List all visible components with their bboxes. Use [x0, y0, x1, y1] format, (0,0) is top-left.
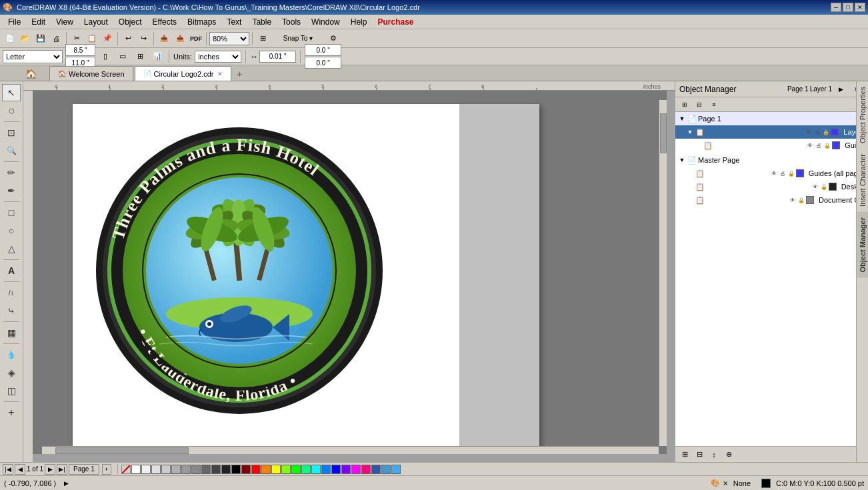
- add-page-button[interactable]: +: [2, 404, 21, 421]
- color-swatch-6[interactable]: [191, 465, 201, 474]
- black-swatch[interactable]: [231, 465, 241, 474]
- tab-welcome[interactable]: 🏠 Welcome Screen: [49, 66, 133, 81]
- tree-document-grid[interactable]: 📋 👁 🔒 Document Grid: [675, 193, 868, 207]
- units-select[interactable]: inches mm cm: [195, 51, 241, 63]
- tree-master-page[interactable]: ▼ 📄 Master Page: [675, 153, 868, 167]
- desktop-eye-icon[interactable]: 👁: [811, 183, 819, 191]
- docgrid-eye-icon[interactable]: 👁: [789, 196, 797, 204]
- horizontal-scrollbar[interactable]: [42, 446, 659, 454]
- guides-print-icon[interactable]: 🖨: [815, 141, 823, 149]
- smart-fill-button[interactable]: ◫: [2, 382, 21, 399]
- menu-edit[interactable]: Edit: [26, 16, 51, 28]
- nudge-input[interactable]: [259, 51, 296, 63]
- print-button[interactable]: 🖨: [49, 31, 63, 46]
- copy-to-layer-button[interactable]: ⊕: [722, 449, 735, 461]
- vscroll-thumb[interactable]: [660, 113, 667, 153]
- prev-page-button[interactable]: ◀: [15, 464, 25, 475]
- tab-close-button[interactable]: ✕: [217, 71, 223, 77]
- crop-tool-button[interactable]: ⊡: [2, 124, 21, 141]
- print-icon[interactable]: 🖨: [813, 128, 821, 136]
- shape-tool-button[interactable]: ⬡: [2, 102, 21, 119]
- text-tool-button[interactable]: A: [2, 262, 21, 279]
- guides-eye-icon[interactable]: 👁: [806, 141, 814, 149]
- guides-all-eye-icon[interactable]: 👁: [770, 169, 778, 177]
- tab-document[interactable]: 📄 Circular Logo2.cdr ✕: [135, 66, 232, 81]
- menu-help[interactable]: Help: [345, 16, 373, 28]
- color-swatch-2[interactable]: [151, 465, 161, 474]
- color-swatch-3[interactable]: [161, 465, 171, 474]
- eyedropper-tool-button[interactable]: 💧: [2, 346, 21, 363]
- masterpage-expand-icon[interactable]: ▼: [678, 156, 686, 164]
- y-input[interactable]: [305, 57, 341, 69]
- menu-window[interactable]: Window: [306, 16, 345, 28]
- spring-green-swatch[interactable]: [301, 465, 311, 474]
- polygon-tool-button[interactable]: △: [2, 240, 21, 257]
- green-swatch[interactable]: [291, 465, 301, 474]
- artmedia-tool-button[interactable]: ✒: [2, 182, 21, 199]
- page1-expand-icon[interactable]: ▼: [678, 115, 686, 123]
- status-expand-button[interactable]: ▶: [61, 479, 71, 488]
- zoom-select[interactable]: 80% 50% 75% 100%: [209, 32, 249, 45]
- show-objects-button[interactable]: ⊞: [678, 99, 691, 111]
- select-tool-button[interactable]: ↖: [2, 84, 21, 101]
- color-swatch-9[interactable]: [221, 465, 231, 474]
- show-objects-properties-button[interactable]: ⊟: [693, 99, 706, 111]
- magenta-swatch[interactable]: [351, 465, 361, 474]
- portrait-button[interactable]: ▯: [98, 49, 113, 64]
- landscape-button[interactable]: ▭: [115, 49, 130, 64]
- first-page-button[interactable]: |◀: [3, 464, 13, 475]
- page-width-input[interactable]: [65, 44, 95, 56]
- docgrid-lock-icon[interactable]: 🔒: [797, 196, 805, 204]
- menu-object[interactable]: Object: [113, 16, 147, 28]
- hscroll-thumb[interactable]: [55, 447, 189, 454]
- panel-expand-button[interactable]: ▶: [833, 82, 848, 97]
- menu-bitmaps[interactable]: Bitmaps: [182, 16, 221, 28]
- connector-tool-button[interactable]: ⤷: [2, 302, 21, 319]
- guides-all-lock-icon[interactable]: 🔒: [787, 169, 795, 177]
- steel-blue-swatch[interactable]: [381, 465, 391, 474]
- tree-layer1[interactable]: ▼ 📋 👁 🖨 🔒 Layer 1: [675, 125, 868, 139]
- tree-guides-all[interactable]: 📋 👁 🖨 🔒 Guides (all pages): [675, 167, 868, 180]
- freehand-tool-button[interactable]: ✏: [2, 164, 21, 181]
- paste-button[interactable]: 📌: [100, 31, 115, 46]
- no-fill-swatch[interactable]: [121, 465, 131, 474]
- color-swatch-5[interactable]: [181, 465, 191, 474]
- canvas-viewport[interactable]: Three Palms and a Fish Hotel • Ft Lauder…: [33, 91, 667, 454]
- menu-table[interactable]: Table: [247, 16, 277, 28]
- add-tab-button[interactable]: +: [233, 67, 246, 81]
- maximize-button[interactable]: □: [843, 3, 853, 12]
- red-swatch[interactable]: [251, 465, 261, 474]
- layer1-expand-icon[interactable]: ▼: [686, 128, 694, 136]
- open-button[interactable]: 📂: [18, 31, 33, 46]
- minimize-button[interactable]: ─: [831, 3, 841, 12]
- cyan-swatch[interactable]: [311, 465, 321, 474]
- dimension-tool-button[interactable]: /↕: [2, 284, 21, 301]
- undo-button[interactable]: ↩: [121, 31, 135, 46]
- object-manager-tab[interactable]: Object Manager: [857, 212, 868, 278]
- last-page-button[interactable]: ▶|: [57, 464, 67, 475]
- lock-icon[interactable]: 🔒: [822, 128, 830, 136]
- ellipse-tool-button[interactable]: ○: [2, 222, 21, 239]
- resolution-button[interactable]: 📊: [150, 49, 165, 64]
- object-properties-tab[interactable]: Object Properties: [857, 81, 868, 149]
- new-button[interactable]: 📄: [3, 31, 17, 46]
- color-swatch-1[interactable]: [141, 465, 151, 474]
- menu-effects[interactable]: Effects: [147, 16, 182, 28]
- zoom-tool-button[interactable]: 🔍: [2, 142, 21, 159]
- add-page-palette-button[interactable]: +: [102, 464, 111, 475]
- object-manager-options[interactable]: ≡: [707, 99, 721, 111]
- fill-tool-button[interactable]: ◈: [2, 364, 21, 381]
- page-size-select[interactable]: Letter A4 Legal: [3, 50, 63, 63]
- export-button[interactable]: 📤: [173, 31, 187, 46]
- close-button[interactable]: ✕: [855, 3, 865, 12]
- rose-swatch[interactable]: [361, 465, 371, 474]
- new-layer-button[interactable]: ⊞: [678, 449, 691, 461]
- vertical-scrollbar[interactable]: [659, 100, 667, 446]
- tree-desktop[interactable]: 📋 👁 🔒 Desktop: [675, 180, 868, 193]
- white-swatch[interactable]: [131, 465, 141, 474]
- color-swatch-8[interactable]: [211, 465, 221, 474]
- save-button[interactable]: 💾: [33, 31, 48, 46]
- chartreuse-swatch[interactable]: [281, 465, 291, 474]
- import-button[interactable]: 📥: [157, 31, 171, 46]
- page-tab[interactable]: Page 1: [69, 464, 99, 475]
